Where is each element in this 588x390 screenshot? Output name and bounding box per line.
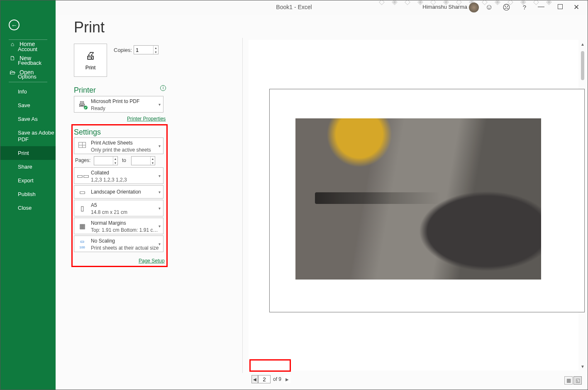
paper-size-selector[interactable]: ▯ A5 14.8 cm x 21 cm ▾ bbox=[74, 200, 163, 216]
paper-icon: ▯ bbox=[77, 204, 88, 212]
selector-subtitle: 14.8 cm x 21 cm bbox=[91, 209, 127, 215]
pages-to-label: to bbox=[122, 157, 126, 163]
sidebar-item-label: Feedback bbox=[18, 60, 41, 66]
copies-label: Copies: bbox=[114, 47, 132, 53]
page-count-label: of 9 bbox=[273, 376, 281, 382]
printer-status: Ready bbox=[91, 105, 105, 111]
preview-content-image bbox=[295, 118, 541, 280]
vertical-divider bbox=[242, 38, 243, 373]
chevron-up-icon[interactable]: ▲ bbox=[150, 157, 155, 161]
window-minimize-icon[interactable]: — bbox=[538, 3, 544, 10]
scroll-up-icon[interactable]: ▲ bbox=[581, 42, 585, 47]
next-page-button[interactable]: ▶ bbox=[284, 375, 290, 383]
current-page-input[interactable] bbox=[258, 375, 271, 383]
sidebar-item-feedback[interactable]: Feedback bbox=[0, 56, 56, 70]
printer-selector[interactable]: 🖶 Microsoft Print to PDF Ready ▾ bbox=[74, 96, 163, 113]
printer-section-title: Printer bbox=[74, 86, 96, 95]
backstage-main: Print 🖨 Print Copies: ▲▼ Printer i 🖶 Mic… bbox=[56, 0, 588, 390]
print-what-selector[interactable]: Print Active Sheets Only print the activ… bbox=[74, 137, 163, 154]
window-maximize-icon[interactable] bbox=[558, 4, 563, 9]
chevron-down-icon[interactable]: ▼ bbox=[150, 161, 155, 165]
orientation-selector[interactable]: ▭ Landscape Orientation ▾ bbox=[74, 185, 163, 199]
zoom-to-page-button[interactable]: ◱ bbox=[573, 376, 582, 385]
selector-subtitle: Top: 1.91 cm Bottom: 1.91 c… bbox=[91, 227, 158, 233]
chevron-down-icon: ▾ bbox=[159, 190, 161, 194]
copies-field[interactable] bbox=[134, 46, 151, 54]
selector-subtitle: Only print the active sheets bbox=[91, 147, 151, 153]
chevron-down-icon: ▾ bbox=[159, 102, 161, 107]
copies-spinner[interactable]: ▲▼ bbox=[153, 46, 158, 54]
pages-from-input[interactable]: ▲▼ bbox=[94, 156, 118, 165]
sidebar-divider bbox=[9, 39, 47, 40]
back-button[interactable]: ← bbox=[9, 20, 20, 30]
show-margins-button[interactable]: ▦ bbox=[564, 376, 573, 385]
print-preview-area bbox=[249, 40, 578, 370]
selector-title: Collated bbox=[91, 170, 109, 176]
scroll-down-icon[interactable]: ▼ bbox=[581, 364, 585, 369]
selector-title: Normal Margins bbox=[91, 220, 126, 226]
selector-title: A5 bbox=[91, 202, 97, 208]
printer-properties-link[interactable]: Printer Properties bbox=[127, 116, 166, 122]
chevron-down-icon: ▾ bbox=[159, 206, 161, 211]
preview-page-nav: ◀ of 9 ▶ bbox=[251, 375, 290, 384]
chevron-down-icon: ▾ bbox=[159, 144, 161, 148]
zoom-controls: ▦ ◱ bbox=[564, 376, 582, 385]
sidebar-item-options[interactable]: Options bbox=[0, 70, 56, 83]
feedback-smile-icon[interactable]: ☺ bbox=[486, 3, 493, 12]
margins-icon: ▦ bbox=[77, 222, 88, 230]
printer-name: Microsoft Print to PDF bbox=[91, 98, 139, 104]
scaling-icon: ▭100 bbox=[77, 239, 88, 249]
pages-range-row: Pages: ▲▼ to ▲▼ bbox=[74, 155, 163, 166]
help-icon[interactable]: ? bbox=[523, 4, 526, 11]
selector-subtitle: Print sheets at their actual size bbox=[91, 245, 159, 251]
pages-label: Pages: bbox=[75, 157, 90, 163]
selector-title: Landscape Orientation bbox=[91, 189, 141, 195]
user-name[interactable]: Himanshu Sharma bbox=[422, 4, 467, 10]
chevron-down-icon: ▾ bbox=[159, 224, 161, 228]
scaling-selector[interactable]: ▭100 No Scaling Print sheets at their ac… bbox=[74, 235, 163, 252]
back-arrow-icon: ← bbox=[11, 22, 17, 29]
collation-selector[interactable]: ▭▭ Collated 1,2,3 1,2,3 1,2,3 ▾ bbox=[74, 167, 163, 184]
avatar[interactable] bbox=[469, 2, 479, 12]
spinner[interactable]: ▲▼ bbox=[113, 157, 117, 165]
chevron-down-icon[interactable]: ▼ bbox=[153, 50, 158, 54]
page-title: Print bbox=[74, 19, 105, 36]
copies-input[interactable]: ▲▼ bbox=[134, 45, 159, 54]
preview-page bbox=[269, 89, 585, 312]
selector-title: Print Active Sheets bbox=[91, 140, 133, 146]
preview-vertical-scrollbar[interactable]: ▲ ▼ bbox=[579, 42, 586, 369]
spinner[interactable]: ▲▼ bbox=[150, 157, 155, 165]
margins-selector[interactable]: ▦ Normal Margins Top: 1.91 cm Bottom: 1.… bbox=[74, 218, 163, 234]
printer-device-icon: 🖶 bbox=[77, 100, 88, 109]
selector-title: No Scaling bbox=[91, 238, 115, 244]
prev-page-button[interactable]: ◀ bbox=[251, 375, 258, 383]
landscape-icon: ▭ bbox=[77, 188, 88, 196]
chevron-up-icon[interactable]: ▲ bbox=[153, 46, 158, 50]
printer-icon: 🖨 bbox=[85, 50, 95, 61]
pages-to-input[interactable]: ▲▼ bbox=[131, 156, 155, 165]
sidebar-item-label: Options bbox=[18, 74, 37, 80]
settings-section-title: Settings bbox=[74, 128, 101, 137]
chevron-down-icon: ▾ bbox=[159, 174, 161, 178]
print-button-label: Print bbox=[85, 65, 96, 71]
window-close-icon[interactable]: ✕ bbox=[573, 3, 579, 12]
info-icon[interactable]: i bbox=[160, 85, 166, 91]
page-setup-link[interactable]: Page Setup bbox=[139, 258, 165, 264]
sidebar-item-account[interactable]: Account bbox=[0, 42, 56, 56]
titlebar: ◇ ◈ ◇ ◈ ◇ ◈ ◇ ◈ ◇ ◈ ◇ ◈ ◇ ◈ Book1 - Exce… bbox=[0, 0, 588, 15]
backstage-sidebar: ← ⌂Home 🗋New 🗁Open Info Save Save As Sav… bbox=[0, 0, 56, 390]
chevron-down-icon[interactable]: ▼ bbox=[113, 161, 117, 165]
sidebar-item-label: Account bbox=[18, 46, 37, 52]
print-button[interactable]: 🖨 Print bbox=[74, 44, 107, 77]
collate-icon: ▭▭ bbox=[77, 172, 88, 180]
window-title: Book1 - Excel bbox=[276, 4, 312, 10]
chevron-up-icon[interactable]: ▲ bbox=[113, 157, 117, 161]
sheets-icon bbox=[77, 142, 88, 150]
selector-subtitle: 1,2,3 1,2,3 1,2,3 bbox=[91, 177, 127, 183]
feedback-frown-icon[interactable]: ☹ bbox=[503, 3, 510, 12]
scroll-thumb[interactable] bbox=[581, 51, 584, 80]
chevron-down-icon: ▾ bbox=[159, 242, 161, 246]
